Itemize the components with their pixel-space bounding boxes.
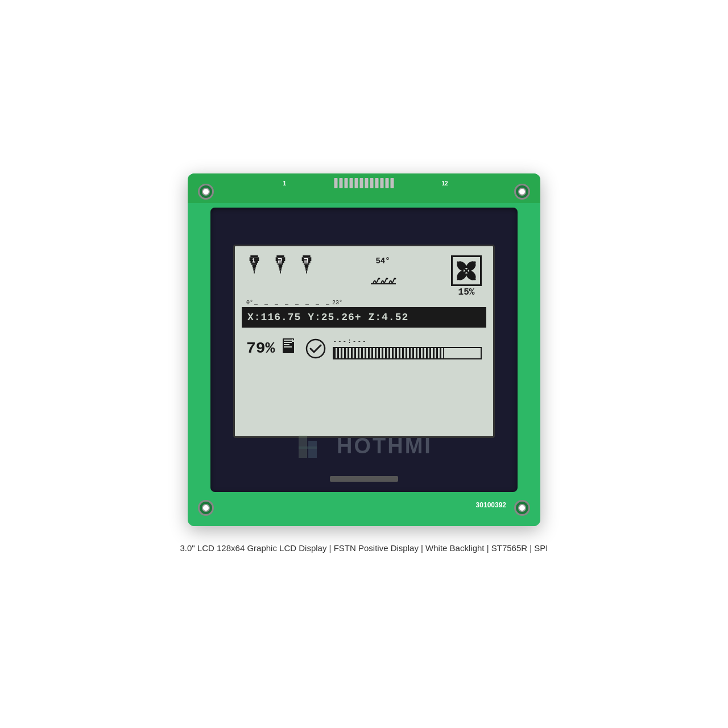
svg-rect-60 — [299, 446, 317, 449]
svg-rect-32 — [305, 267, 308, 268]
print-percent: 79% — [246, 340, 275, 357]
svg-rect-33 — [305, 268, 307, 270]
lcd-screen-inner: 54° — [235, 246, 493, 436]
tool-icon-2 — [272, 255, 288, 278]
heat-lines-svg — [369, 268, 397, 285]
lcd-progress-row: 79% — [242, 329, 486, 369]
lcd-screen: 54° — [233, 245, 495, 438]
svg-rect-38 — [307, 262, 308, 263]
svg-rect-4 — [251, 263, 257, 264]
progress-bar-container — [333, 347, 482, 359]
pin-1 — [334, 178, 338, 188]
description-text: 3.0" LCD 128x64 Graphic LCD Display | FS… — [165, 542, 563, 555]
svg-rect-34 — [306, 270, 307, 273]
coordinates-text: X:116.75 Y:25.26+ Z:4.52 — [247, 312, 408, 323]
nozzle-svg-1 — [246, 255, 262, 278]
temp-group: 54° — [369, 257, 397, 285]
lcd-connector — [330, 476, 398, 482]
svg-rect-8 — [254, 270, 255, 273]
temp-value: 54° — [375, 257, 390, 266]
temp-range-end: 23° — [332, 300, 342, 306]
svg-rect-5 — [253, 264, 257, 266]
pin-8 — [370, 178, 374, 188]
svg-rect-0 — [250, 255, 258, 257]
heat-lines — [369, 268, 397, 285]
tool-icon-3 — [299, 255, 315, 278]
svg-rect-17 — [279, 264, 283, 266]
svg-rect-51 — [284, 340, 292, 341]
lcd-row1: 54° — [242, 253, 486, 304]
check-circle-icon — [305, 338, 326, 359]
tool-icon-1 — [246, 255, 262, 278]
svg-rect-31 — [305, 264, 309, 266]
watermark-company-text: HOTHMI — [337, 434, 432, 458]
svg-rect-10 — [253, 259, 254, 260]
pin-10 — [380, 178, 384, 188]
progress-section: ---:--- — [333, 338, 482, 359]
svg-rect-20 — [280, 270, 281, 273]
pin-5 — [355, 178, 358, 188]
progress-bar-fill — [334, 348, 444, 358]
watermark-logo-svg — [296, 429, 330, 464]
watermark: HOTHMI — [296, 429, 432, 464]
svg-rect-26 — [303, 255, 310, 257]
pcb-board: 1 12 30100392 — [188, 173, 540, 526]
svg-rect-19 — [279, 268, 281, 270]
print-file-icon — [282, 338, 299, 359]
pcb-top-strip: 1 12 — [188, 173, 540, 203]
svg-rect-23 — [278, 260, 282, 262]
serial-number: 30100392 — [476, 501, 506, 509]
mounting-hole-bl — [198, 500, 214, 516]
svg-point-57 — [307, 340, 325, 358]
fan-area: 15% — [451, 255, 482, 297]
pin-headers: 1 12 — [334, 178, 394, 188]
mounting-hole-tl — [198, 184, 214, 200]
pin-3 — [345, 178, 348, 188]
fan-percent: 15% — [458, 287, 475, 297]
fan-box — [451, 255, 482, 286]
pin-6 — [360, 178, 363, 188]
pin-12 — [391, 178, 394, 188]
tool-icons-group — [246, 255, 315, 278]
svg-rect-35 — [304, 258, 308, 259]
svg-rect-7 — [253, 268, 255, 270]
pin-11 — [386, 178, 389, 188]
svg-rect-25 — [278, 262, 282, 263]
svg-rect-24 — [278, 262, 279, 263]
temp-scale-row: 0° _ _ _ _ _ _ _ _ 23° — [242, 300, 486, 306]
svg-rect-11 — [253, 262, 255, 263]
page-container: 1 12 30100392 — [0, 0, 728, 728]
pin-4 — [350, 178, 353, 188]
pin-9 — [375, 178, 379, 188]
svg-rect-37 — [304, 260, 308, 262]
svg-rect-9 — [253, 258, 254, 262]
svg-rect-39 — [304, 262, 308, 263]
mounting-hole-tr — [514, 184, 530, 200]
svg-rect-52 — [284, 342, 292, 343]
svg-rect-21 — [278, 258, 282, 259]
svg-rect-53 — [284, 344, 289, 345]
pin-label-1: 1 — [283, 180, 287, 187]
pin-label-12: 12 — [441, 180, 448, 187]
mounting-hole-br — [514, 500, 530, 516]
nozzle-svg-2 — [272, 255, 288, 278]
svg-rect-22 — [281, 259, 282, 260]
lcd-coordinates-row: X:116.75 Y:25.26+ Z:4.52 — [242, 307, 486, 328]
nozzle-svg-3 — [299, 255, 315, 278]
svg-rect-6 — [253, 267, 256, 268]
temp-range-start: 0° — [246, 300, 253, 306]
svg-rect-59 — [308, 441, 317, 458]
svg-rect-18 — [279, 267, 282, 268]
svg-rect-12 — [276, 255, 284, 257]
time-display: ---:--- — [333, 338, 482, 345]
temp-dashes: _ _ _ _ _ _ _ _ — [254, 300, 331, 306]
svg-rect-36 — [307, 259, 308, 260]
fan-icon-svg — [454, 259, 478, 283]
pin-7 — [365, 178, 369, 188]
svg-rect-54 — [284, 346, 292, 348]
pin-2 — [340, 178, 343, 188]
